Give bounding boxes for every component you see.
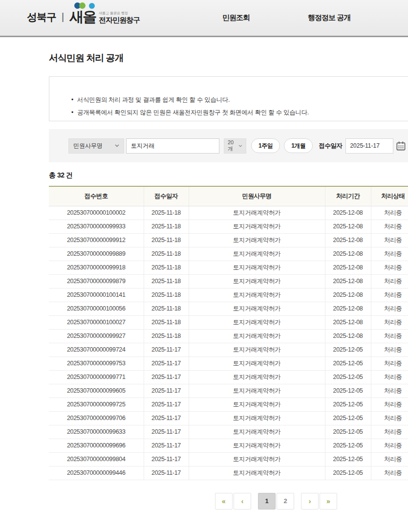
table-row[interactable]: 202530700000100141 2025-11-18 토지거래계약허가 2… [49,288,408,302]
cell-due-date: 2025-12-08 [325,220,371,233]
table-row[interactable]: 202530700000099696 2025-11-17 토지거래계약허가 2… [49,439,408,452]
cell-receipt-date: 2025-11-17 [144,411,189,425]
col-receipt-no: 접수번호 [49,186,144,206]
date-from-input[interactable] [345,138,393,154]
cell-service-name: 토지거래계약허가 [189,452,325,466]
keyword-input[interactable] [126,138,219,154]
cell-status: 처리중 [371,425,408,439]
cell-due-date: 2025-12-05 [325,439,371,452]
cell-service-name: 토지거래계약허가 [189,274,325,288]
cell-service-name: 토지거래계약허가 [189,425,325,439]
logo-dot-lightblue-icon [89,3,95,9]
one-month-button[interactable]: 1개월 [284,138,313,153]
table-row[interactable]: 202530700000099918 2025-11-18 토지거래계약허가 2… [49,261,408,274]
cell-due-date: 2025-12-08 [325,233,371,247]
chevron-down-icon [115,144,119,147]
cell-status: 처리중 [371,220,408,233]
cell-status: 처리중 [371,288,408,302]
cell-receipt-date: 2025-11-17 [144,452,189,466]
table-row[interactable]: 202530700000099724 2025-11-17 토지거래계약허가 2… [49,343,408,356]
pagination: « ‹ 1 2 › » [49,493,408,510]
search-filter-bar: 민원사무명 20개 1주일 1개월 접수일자 ~ [49,129,408,162]
pagination-last-button[interactable]: » [320,493,337,510]
page-size-select-value: 20개 [228,139,236,153]
cell-status: 처리중 [371,206,408,220]
table-row[interactable]: 202530700000099446 2025-11-17 토지거래계약허가 2… [49,466,408,480]
page-title: 서식민원 처리 공개 [49,52,408,65]
cell-service-name: 토지거래계약허가 [189,288,325,302]
cell-receipt-date: 2025-11-18 [144,329,189,343]
cell-service-name: 토지거래계약허가 [189,315,325,329]
cell-due-date: 2025-12-08 [325,302,371,315]
notice-text: 공개목록에서 확인되지 않은 민원은 새올전자민원창구 첫 화면에서 확인 할 … [77,106,309,119]
cell-receipt-date: 2025-11-18 [144,233,189,247]
pagination-first-button[interactable]: « [215,493,233,510]
col-service-name: 민원사무명 [189,186,325,206]
table-row[interactable]: 202530700000099753 2025-11-17 토지거래계약허가 2… [49,356,408,370]
table-row[interactable]: 202530700000099771 2025-11-17 토지거래계약허가 2… [49,370,408,384]
cell-due-date: 2025-12-08 [325,261,371,274]
site-logo[interactable]: 성북구 | 새올 새롭고 올곧은 행정 전자민원창구 [27,10,140,24]
table-row[interactable]: 202530700000100027 2025-11-18 토지거래계약허가 2… [49,315,408,329]
cell-due-date: 2025-12-05 [325,384,371,398]
col-receipt-date: 접수일자 [144,186,189,206]
table-row[interactable]: 202530700000099633 2025-11-17 토지거래계약허가 2… [49,425,408,439]
search-field-select[interactable]: 민원사무명 [68,138,124,154]
cell-receipt-no: 202530700000099889 [49,247,144,261]
cell-receipt-no: 202530700000099605 [49,384,144,398]
cell-status: 처리중 [371,302,408,315]
cell-service-name: 토지거래계약허가 [189,343,325,356]
cell-receipt-date: 2025-11-17 [144,425,189,439]
cell-receipt-no: 202530700000099706 [49,411,144,425]
table-row[interactable]: 202530700000099725 2025-11-17 토지거래계약허가 2… [49,398,408,411]
cell-receipt-date: 2025-11-18 [144,315,189,329]
table-row[interactable]: 202530700000099706 2025-11-17 토지거래계약허가 2… [49,411,408,425]
calendar-icon[interactable] [396,141,406,151]
cell-receipt-date: 2025-11-17 [144,466,189,480]
cell-service-name: 토지거래계약허가 [189,466,325,480]
table-row[interactable]: 202530700000099933 2025-11-18 토지거래계약허가 2… [49,220,408,233]
logo-dots-icon [74,2,95,9]
pagination-next-button[interactable]: › [301,493,319,510]
table-row[interactable]: 202530700000099804 2025-11-17 토지거래계약허가 2… [49,452,408,466]
table-row[interactable]: 202530700000099927 2025-11-18 토지거래계약허가 2… [49,329,408,343]
chevron-down-icon [238,145,242,147]
table-row[interactable]: 202530700000100056 2025-11-18 토지거래계약허가 2… [49,302,408,315]
cell-due-date: 2025-12-08 [325,274,371,288]
logo-dot-green-icon [79,2,86,9]
table-row[interactable]: 202530700000099605 2025-11-17 토지거래계약허가 2… [49,384,408,398]
cell-receipt-date: 2025-11-18 [144,288,189,302]
table-row[interactable]: 202530700000099879 2025-11-18 토지거래계약허가 2… [49,274,408,288]
cell-due-date: 2025-12-08 [325,206,371,220]
cell-due-date: 2025-12-08 [325,329,371,343]
table-row[interactable]: 202530700000099912 2025-11-18 토지거래계약허가 2… [49,233,408,247]
cell-status: 처리중 [371,439,408,452]
cell-receipt-no: 202530700000099771 [49,370,144,384]
cell-receipt-date: 2025-11-18 [144,206,189,220]
cell-receipt-no: 202530700000099927 [49,329,144,343]
cell-due-date: 2025-12-05 [325,370,371,384]
search-field-select-value: 민원사무명 [73,142,103,150]
cell-due-date: 2025-12-05 [325,398,371,411]
table-row[interactable]: 202530700000099889 2025-11-18 토지거래계약허가 2… [49,247,408,261]
cell-due-date: 2025-12-05 [325,356,371,370]
cell-receipt-date: 2025-11-18 [144,261,189,274]
cell-receipt-no: 202530700000099912 [49,233,144,247]
cell-receipt-no: 202530700000100056 [49,302,144,315]
cell-receipt-no: 202530700000099696 [49,439,144,452]
table-row[interactable]: 202530700000100002 2025-11-18 토지거래계약허가 2… [49,206,408,220]
cell-status: 처리중 [371,384,408,398]
page-size-select[interactable]: 20개 [224,138,246,154]
cell-service-name: 토지거래계약허가 [189,329,325,343]
nav-item-minwon-lookup[interactable]: 민원조회 [222,13,250,22]
pagination-page-1-button[interactable]: 1 [258,493,276,510]
cell-service-name: 토지거래계약허가 [189,302,325,315]
col-due-date: 처리기간 [325,186,371,206]
cell-due-date: 2025-12-05 [325,425,371,439]
notice-box: • 서식민원의 처리 과정 및 결과를 쉽게 확인 할 수 있습니다. • 공개… [49,76,408,121]
nav-item-admin-info[interactable]: 행정정보 공개 [308,13,350,22]
one-week-button[interactable]: 1주일 [251,138,280,153]
cell-receipt-no: 202530700000100141 [49,288,144,302]
pagination-prev-button[interactable]: ‹ [234,493,251,510]
pagination-page-2-button[interactable]: 2 [277,493,294,510]
